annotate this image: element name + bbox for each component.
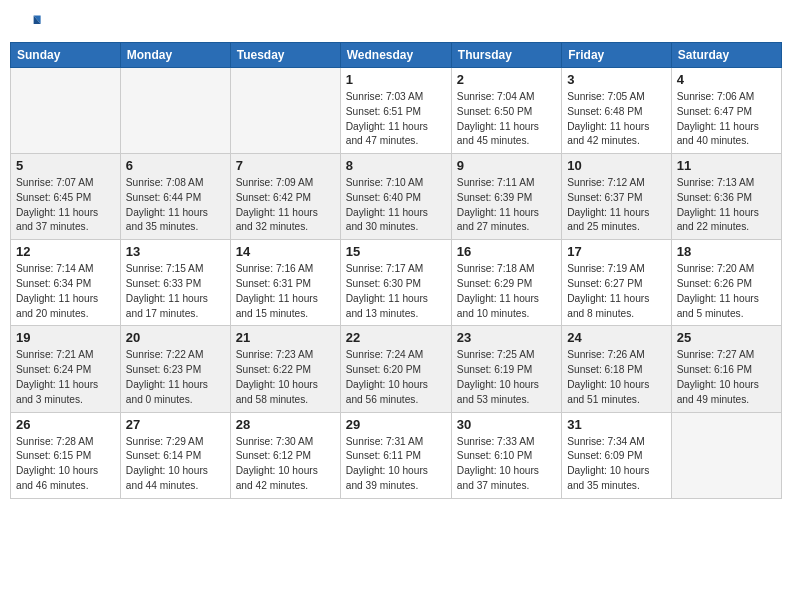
day-number: 12 xyxy=(16,244,115,259)
calendar-day-header: Wednesday xyxy=(340,43,451,68)
calendar-week-row: 12Sunrise: 7:14 AM Sunset: 6:34 PM Dayli… xyxy=(11,240,782,326)
calendar-table: SundayMondayTuesdayWednesdayThursdayFrid… xyxy=(10,42,782,499)
day-number: 20 xyxy=(126,330,225,345)
calendar-cell: 24Sunrise: 7:26 AM Sunset: 6:18 PM Dayli… xyxy=(562,326,671,412)
page-header xyxy=(10,10,782,38)
calendar-cell xyxy=(11,68,121,154)
day-info: Sunrise: 7:23 AM Sunset: 6:22 PM Dayligh… xyxy=(236,348,335,407)
day-number: 5 xyxy=(16,158,115,173)
day-number: 9 xyxy=(457,158,556,173)
day-number: 11 xyxy=(677,158,776,173)
day-info: Sunrise: 7:34 AM Sunset: 6:09 PM Dayligh… xyxy=(567,435,665,494)
day-info: Sunrise: 7:26 AM Sunset: 6:18 PM Dayligh… xyxy=(567,348,665,407)
day-number: 30 xyxy=(457,417,556,432)
calendar-cell xyxy=(230,68,340,154)
calendar-cell: 30Sunrise: 7:33 AM Sunset: 6:10 PM Dayli… xyxy=(451,412,561,498)
day-info: Sunrise: 7:33 AM Sunset: 6:10 PM Dayligh… xyxy=(457,435,556,494)
calendar-cell: 7Sunrise: 7:09 AM Sunset: 6:42 PM Daylig… xyxy=(230,154,340,240)
day-number: 14 xyxy=(236,244,335,259)
day-number: 10 xyxy=(567,158,665,173)
calendar-cell: 21Sunrise: 7:23 AM Sunset: 6:22 PM Dayli… xyxy=(230,326,340,412)
calendar-header-row: SundayMondayTuesdayWednesdayThursdayFrid… xyxy=(11,43,782,68)
day-info: Sunrise: 7:28 AM Sunset: 6:15 PM Dayligh… xyxy=(16,435,115,494)
day-number: 28 xyxy=(236,417,335,432)
day-number: 17 xyxy=(567,244,665,259)
day-info: Sunrise: 7:03 AM Sunset: 6:51 PM Dayligh… xyxy=(346,90,446,149)
day-info: Sunrise: 7:11 AM Sunset: 6:39 PM Dayligh… xyxy=(457,176,556,235)
day-info: Sunrise: 7:18 AM Sunset: 6:29 PM Dayligh… xyxy=(457,262,556,321)
calendar-cell: 20Sunrise: 7:22 AM Sunset: 6:23 PM Dayli… xyxy=(120,326,230,412)
day-number: 26 xyxy=(16,417,115,432)
day-number: 21 xyxy=(236,330,335,345)
day-number: 24 xyxy=(567,330,665,345)
day-info: Sunrise: 7:24 AM Sunset: 6:20 PM Dayligh… xyxy=(346,348,446,407)
day-info: Sunrise: 7:30 AM Sunset: 6:12 PM Dayligh… xyxy=(236,435,335,494)
calendar-cell: 16Sunrise: 7:18 AM Sunset: 6:29 PM Dayli… xyxy=(451,240,561,326)
day-number: 31 xyxy=(567,417,665,432)
logo xyxy=(14,10,46,38)
day-info: Sunrise: 7:04 AM Sunset: 6:50 PM Dayligh… xyxy=(457,90,556,149)
calendar-cell: 19Sunrise: 7:21 AM Sunset: 6:24 PM Dayli… xyxy=(11,326,121,412)
calendar-cell xyxy=(671,412,781,498)
calendar-cell: 6Sunrise: 7:08 AM Sunset: 6:44 PM Daylig… xyxy=(120,154,230,240)
day-number: 18 xyxy=(677,244,776,259)
calendar-cell: 28Sunrise: 7:30 AM Sunset: 6:12 PM Dayli… xyxy=(230,412,340,498)
day-info: Sunrise: 7:12 AM Sunset: 6:37 PM Dayligh… xyxy=(567,176,665,235)
day-info: Sunrise: 7:27 AM Sunset: 6:16 PM Dayligh… xyxy=(677,348,776,407)
calendar-cell: 3Sunrise: 7:05 AM Sunset: 6:48 PM Daylig… xyxy=(562,68,671,154)
calendar-day-header: Sunday xyxy=(11,43,121,68)
day-info: Sunrise: 7:29 AM Sunset: 6:14 PM Dayligh… xyxy=(126,435,225,494)
calendar-cell: 13Sunrise: 7:15 AM Sunset: 6:33 PM Dayli… xyxy=(120,240,230,326)
calendar-cell: 17Sunrise: 7:19 AM Sunset: 6:27 PM Dayli… xyxy=(562,240,671,326)
calendar-cell: 10Sunrise: 7:12 AM Sunset: 6:37 PM Dayli… xyxy=(562,154,671,240)
day-info: Sunrise: 7:21 AM Sunset: 6:24 PM Dayligh… xyxy=(16,348,115,407)
day-number: 27 xyxy=(126,417,225,432)
calendar-cell: 29Sunrise: 7:31 AM Sunset: 6:11 PM Dayli… xyxy=(340,412,451,498)
calendar-cell: 9Sunrise: 7:11 AM Sunset: 6:39 PM Daylig… xyxy=(451,154,561,240)
calendar-cell: 15Sunrise: 7:17 AM Sunset: 6:30 PM Dayli… xyxy=(340,240,451,326)
calendar-cell: 31Sunrise: 7:34 AM Sunset: 6:09 PM Dayli… xyxy=(562,412,671,498)
day-info: Sunrise: 7:09 AM Sunset: 6:42 PM Dayligh… xyxy=(236,176,335,235)
calendar-day-header: Saturday xyxy=(671,43,781,68)
day-number: 13 xyxy=(126,244,225,259)
calendar-cell: 2Sunrise: 7:04 AM Sunset: 6:50 PM Daylig… xyxy=(451,68,561,154)
day-number: 1 xyxy=(346,72,446,87)
day-info: Sunrise: 7:20 AM Sunset: 6:26 PM Dayligh… xyxy=(677,262,776,321)
calendar-cell: 14Sunrise: 7:16 AM Sunset: 6:31 PM Dayli… xyxy=(230,240,340,326)
day-number: 19 xyxy=(16,330,115,345)
day-info: Sunrise: 7:15 AM Sunset: 6:33 PM Dayligh… xyxy=(126,262,225,321)
day-number: 7 xyxy=(236,158,335,173)
day-info: Sunrise: 7:13 AM Sunset: 6:36 PM Dayligh… xyxy=(677,176,776,235)
calendar-cell: 11Sunrise: 7:13 AM Sunset: 6:36 PM Dayli… xyxy=(671,154,781,240)
day-number: 6 xyxy=(126,158,225,173)
calendar-day-header: Tuesday xyxy=(230,43,340,68)
day-number: 16 xyxy=(457,244,556,259)
calendar-week-row: 1Sunrise: 7:03 AM Sunset: 6:51 PM Daylig… xyxy=(11,68,782,154)
day-info: Sunrise: 7:31 AM Sunset: 6:11 PM Dayligh… xyxy=(346,435,446,494)
calendar-cell: 1Sunrise: 7:03 AM Sunset: 6:51 PM Daylig… xyxy=(340,68,451,154)
day-number: 2 xyxy=(457,72,556,87)
calendar-cell xyxy=(120,68,230,154)
day-number: 23 xyxy=(457,330,556,345)
day-number: 3 xyxy=(567,72,665,87)
day-number: 4 xyxy=(677,72,776,87)
calendar-cell: 8Sunrise: 7:10 AM Sunset: 6:40 PM Daylig… xyxy=(340,154,451,240)
calendar-cell: 12Sunrise: 7:14 AM Sunset: 6:34 PM Dayli… xyxy=(11,240,121,326)
day-number: 8 xyxy=(346,158,446,173)
day-info: Sunrise: 7:17 AM Sunset: 6:30 PM Dayligh… xyxy=(346,262,446,321)
day-number: 15 xyxy=(346,244,446,259)
day-info: Sunrise: 7:25 AM Sunset: 6:19 PM Dayligh… xyxy=(457,348,556,407)
day-info: Sunrise: 7:07 AM Sunset: 6:45 PM Dayligh… xyxy=(16,176,115,235)
calendar-week-row: 5Sunrise: 7:07 AM Sunset: 6:45 PM Daylig… xyxy=(11,154,782,240)
calendar-cell: 27Sunrise: 7:29 AM Sunset: 6:14 PM Dayli… xyxy=(120,412,230,498)
calendar-cell: 4Sunrise: 7:06 AM Sunset: 6:47 PM Daylig… xyxy=(671,68,781,154)
day-info: Sunrise: 7:19 AM Sunset: 6:27 PM Dayligh… xyxy=(567,262,665,321)
day-number: 25 xyxy=(677,330,776,345)
calendar-day-header: Thursday xyxy=(451,43,561,68)
calendar-cell: 26Sunrise: 7:28 AM Sunset: 6:15 PM Dayli… xyxy=(11,412,121,498)
calendar-week-row: 19Sunrise: 7:21 AM Sunset: 6:24 PM Dayli… xyxy=(11,326,782,412)
calendar-cell: 25Sunrise: 7:27 AM Sunset: 6:16 PM Dayli… xyxy=(671,326,781,412)
day-info: Sunrise: 7:08 AM Sunset: 6:44 PM Dayligh… xyxy=(126,176,225,235)
day-info: Sunrise: 7:22 AM Sunset: 6:23 PM Dayligh… xyxy=(126,348,225,407)
day-info: Sunrise: 7:05 AM Sunset: 6:48 PM Dayligh… xyxy=(567,90,665,149)
